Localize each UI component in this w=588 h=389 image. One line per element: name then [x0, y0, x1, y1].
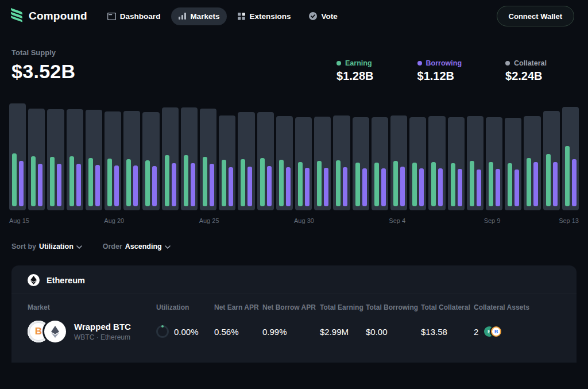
col-header-utilization[interactable]: Utilization	[156, 303, 214, 311]
nav-item-vote[interactable]: Vote	[301, 7, 345, 25]
bar-group[interactable]	[67, 102, 83, 210]
borrowing-bar	[343, 167, 347, 206]
collateral-assets-icons: B B	[484, 326, 501, 337]
borrowing-bar	[210, 164, 214, 206]
borrowing-bar	[381, 168, 386, 206]
ethereum-markets-card: Ethereum Market Utilization Net Earn APR…	[11, 265, 577, 363]
bar-group[interactable]	[353, 102, 369, 210]
nav-items: Dashboard Markets Extensions Vote	[100, 7, 345, 25]
borrowing-bar	[95, 165, 100, 206]
bar-group[interactable]	[47, 102, 64, 210]
borrowing-bar	[362, 168, 367, 206]
earning-bar	[126, 159, 131, 206]
earning-bar	[222, 160, 226, 206]
borrowing-bar	[572, 159, 577, 206]
col-header-net-earn-apr[interactable]: Net Earn APR	[214, 303, 262, 311]
markets-icon	[179, 13, 186, 20]
col-header-net-borrow-apr[interactable]: Net Borrow APR	[262, 303, 320, 311]
bar-group[interactable]	[486, 102, 502, 210]
supply-summary: Total Supply $3.52B Earning $1.28B Borro…	[0, 32, 588, 83]
total-collateral-value: $13.58	[421, 327, 474, 337]
bar-group[interactable]	[276, 102, 293, 210]
borrowing-bar	[133, 165, 138, 206]
earning-bar	[203, 157, 207, 206]
eth-icon	[44, 321, 66, 342]
bar-group[interactable]	[123, 102, 140, 210]
bar-group[interactable]	[333, 102, 350, 210]
borrowing-bar	[19, 161, 24, 206]
borrowing-bar	[286, 167, 291, 206]
dashboard-icon	[107, 13, 116, 20]
col-header-total-earning[interactable]: Total Earning	[320, 303, 366, 311]
bar-group[interactable]	[467, 102, 483, 210]
nav-item-label: Dashboard	[120, 12, 161, 21]
borrowing-bar	[267, 166, 272, 206]
legend-collateral: Collateral $2.24B	[505, 59, 547, 83]
market-icon-stack: B	[28, 321, 66, 342]
order-dropdown[interactable]: Order Ascending	[103, 242, 171, 251]
borrowing-bar	[533, 162, 538, 206]
utilization-value: 0.00%	[174, 327, 199, 337]
bar-group[interactable]	[142, 102, 159, 210]
bar-group[interactable]	[409, 102, 426, 210]
sort-by-dropdown[interactable]: Sort by Utilization	[11, 242, 82, 251]
bar-group[interactable]	[86, 102, 102, 210]
compound-logo-icon	[9, 7, 24, 25]
borrowing-bar	[400, 167, 405, 206]
bar-group[interactable]	[448, 102, 465, 210]
nav-item-label: Extensions	[249, 12, 291, 21]
col-header-collateral-assets[interactable]: Collateral Assets	[474, 303, 560, 311]
borrowing-bar	[191, 163, 195, 206]
earning-bar	[317, 161, 322, 206]
axis-tick-label: Aug 20	[104, 217, 124, 224]
borrowing-bar	[324, 168, 328, 206]
bar-group[interactable]	[314, 102, 331, 210]
network-section-header: Ethereum	[11, 265, 577, 294]
bar-group[interactable]	[28, 102, 45, 210]
earning-bar	[31, 156, 36, 206]
bar-group[interactable]	[219, 102, 235, 210]
bar-group[interactable]	[562, 102, 579, 210]
bar-group[interactable]	[372, 102, 388, 210]
bar-group[interactable]	[505, 102, 521, 210]
vote-icon	[309, 12, 317, 20]
bar-group[interactable]	[9, 102, 26, 210]
nav-item-label: Markets	[190, 12, 219, 21]
col-header-total-collateral[interactable]: Total Collateral	[421, 303, 474, 311]
nav-item-extensions[interactable]: Extensions	[230, 7, 298, 25]
nav-item-markets[interactable]: Markets	[171, 7, 227, 25]
earning-bar	[527, 158, 531, 206]
bar-group[interactable]	[181, 102, 198, 210]
earning-bar	[508, 163, 512, 206]
bar-group[interactable]	[200, 102, 216, 210]
borrowing-bar	[438, 168, 443, 206]
bar-group[interactable]	[543, 102, 560, 210]
table-header-row: Market Utilization Net Earn APR Net Borr…	[11, 294, 577, 315]
nav-item-dashboard[interactable]: Dashboard	[100, 7, 168, 25]
bar-group[interactable]	[524, 102, 540, 210]
compound-logo[interactable]: Compound	[9, 7, 87, 25]
earning-bar	[355, 163, 360, 206]
earning-bar	[50, 157, 55, 206]
bar-group[interactable]	[295, 102, 312, 210]
chevron-down-icon	[76, 242, 82, 251]
col-header-total-borrowing[interactable]: Total Borrowing	[366, 303, 421, 311]
chart-legend: Earning $1.28B Borrowing $1.12B Collater…	[336, 59, 547, 83]
market-name: Wrapped BTC	[74, 322, 131, 332]
bar-group[interactable]	[390, 102, 407, 210]
bar-group[interactable]	[105, 102, 121, 210]
legend-value: $2.24B	[505, 70, 543, 83]
bar-group[interactable]	[162, 102, 179, 210]
borrowing-bar	[247, 167, 252, 206]
col-header-market[interactable]: Market	[28, 303, 156, 311]
order-label: Order	[103, 242, 122, 251]
connect-wallet-button[interactable]: Connect Wallet	[497, 6, 574, 26]
bar-group[interactable]	[238, 102, 254, 210]
market-row-wrapped-btc[interactable]: B Wrapped BTC WBTC · Ethereum 0.00% 0.56…	[11, 315, 577, 351]
axis-tick-label: Sep 9	[484, 217, 501, 224]
earning-bar	[107, 159, 112, 206]
bar-group[interactable]	[428, 102, 445, 210]
earning-bar	[12, 153, 17, 206]
bar-group[interactable]	[257, 102, 274, 210]
earning-bar	[241, 159, 245, 206]
